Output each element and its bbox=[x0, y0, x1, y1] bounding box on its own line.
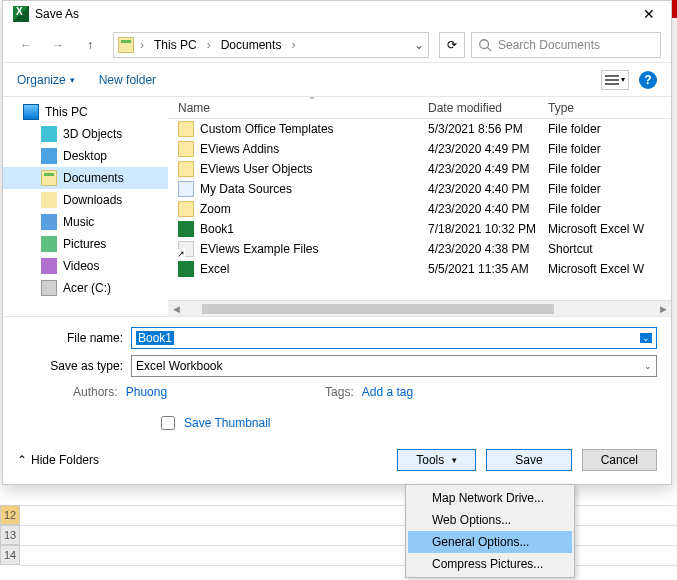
svg-rect-4 bbox=[605, 83, 619, 85]
file-row[interactable]: EViews Example Files4/23/2020 4:38 PMSho… bbox=[178, 239, 671, 259]
tree-item-music[interactable]: Music bbox=[3, 211, 168, 233]
forward-button[interactable]: → bbox=[45, 32, 71, 58]
tree-item-label: Pictures bbox=[63, 237, 106, 251]
column-name[interactable]: Name bbox=[178, 101, 428, 115]
authors-label: Authors: bbox=[73, 385, 118, 399]
menu-item-compress-pictures[interactable]: Compress Pictures... bbox=[408, 553, 572, 575]
file-row[interactable]: My Data Sources4/23/2020 4:40 PMFile fol… bbox=[178, 179, 671, 199]
folder-icon bbox=[178, 161, 194, 177]
column-date[interactable]: Date modified bbox=[428, 101, 548, 115]
cancel-button[interactable]: Cancel bbox=[582, 449, 657, 471]
tree-item-downloads[interactable]: Downloads bbox=[3, 189, 168, 211]
save-thumbnail-label[interactable]: Save Thumbnail bbox=[184, 416, 271, 430]
tree-item-videos[interactable]: Videos bbox=[3, 255, 168, 277]
view-options-button[interactable]: ▾ bbox=[601, 70, 629, 90]
file-row[interactable]: Custom Office Templates5/3/2021 8:56 PMF… bbox=[178, 119, 671, 139]
filetype-label: Save as type: bbox=[17, 359, 131, 373]
column-headers: Name Date modified Type bbox=[168, 97, 671, 119]
tree-item-pictures[interactable]: Pictures bbox=[3, 233, 168, 255]
chevron-up-icon: ⌃ bbox=[17, 453, 27, 467]
file-name: EViews Example Files bbox=[200, 242, 319, 256]
breadcrumb[interactable]: Documents bbox=[217, 36, 286, 54]
tree-item-this-pc[interactable]: This PC bbox=[3, 101, 168, 123]
organize-button[interactable]: Organize bbox=[17, 73, 75, 87]
filename-input[interactable]: Book1 ⌄ bbox=[131, 327, 657, 349]
file-row[interactable]: Book17/18/2021 10:32 PMMicrosoft Excel W bbox=[178, 219, 671, 239]
file-date: 7/18/2021 10:32 PM bbox=[428, 222, 548, 236]
address-bar[interactable]: › This PC › Documents › ⌄ bbox=[113, 32, 429, 58]
authors-value[interactable]: Phuong bbox=[126, 385, 167, 399]
tree-item-desktop[interactable]: Desktop bbox=[3, 145, 168, 167]
file-row[interactable]: Zoom4/23/2020 4:40 PMFile folder bbox=[178, 199, 671, 219]
back-button[interactable]: ← bbox=[13, 32, 39, 58]
tree-item-documents[interactable]: Documents bbox=[3, 167, 168, 189]
svg-rect-2 bbox=[605, 75, 619, 77]
list-view-icon bbox=[605, 74, 619, 86]
menu-item-general-options[interactable]: General Options... bbox=[408, 531, 572, 553]
scroll-thumb[interactable] bbox=[202, 304, 554, 314]
search-input[interactable]: Search Documents bbox=[471, 32, 661, 58]
svg-rect-3 bbox=[605, 79, 619, 81]
horizontal-scrollbar[interactable]: ◀ ▶ bbox=[168, 300, 671, 316]
help-button[interactable]: ? bbox=[639, 71, 657, 89]
tree-item-acer-c-[interactable]: Acer (C:) bbox=[3, 277, 168, 299]
save-thumbnail-checkbox[interactable] bbox=[161, 416, 175, 430]
new-folder-button[interactable]: New folder bbox=[99, 73, 156, 87]
folder-tree: This PC3D ObjectsDesktopDocumentsDownloa… bbox=[3, 97, 168, 316]
hide-folders-button[interactable]: ⌃ Hide Folders bbox=[17, 453, 99, 467]
file-date: 4/23/2020 4:38 PM bbox=[428, 242, 548, 256]
save-button[interactable]: Save bbox=[486, 449, 571, 471]
save-as-dialog: Save As ✕ ← → ↑ › This PC › Documents › … bbox=[2, 0, 672, 485]
chevron-right-icon: › bbox=[289, 38, 297, 52]
tree-item-label: Downloads bbox=[63, 193, 122, 207]
column-type[interactable]: Type bbox=[548, 101, 671, 115]
row-header[interactable]: 12 bbox=[0, 505, 20, 525]
chevron-right-icon: › bbox=[138, 38, 146, 52]
file-type: File folder bbox=[548, 202, 671, 216]
tags-label: Tags: bbox=[325, 385, 354, 399]
tree-item-label: 3D Objects bbox=[63, 127, 122, 141]
excel-icon bbox=[13, 6, 29, 22]
tree-item-label: Music bbox=[63, 215, 94, 229]
close-button[interactable]: ✕ bbox=[629, 6, 669, 22]
file-row[interactable]: EViews Addins4/23/2020 4:49 PMFile folde… bbox=[178, 139, 671, 159]
music-icon bbox=[41, 214, 57, 230]
file-name: EViews User Objects bbox=[200, 162, 312, 176]
row-header[interactable]: 13 bbox=[0, 525, 20, 545]
toolbar: Organize New folder ▾ ? bbox=[3, 63, 671, 97]
short-icon bbox=[178, 241, 194, 257]
chevron-down-icon[interactable]: ⌄ bbox=[644, 361, 652, 371]
tags-value[interactable]: Add a tag bbox=[362, 385, 413, 399]
dialog-title: Save As bbox=[35, 7, 629, 21]
menu-item-map-network-drive[interactable]: Map Network Drive... bbox=[408, 487, 572, 509]
row-header[interactable]: 14 bbox=[0, 545, 20, 565]
scroll-right-icon[interactable]: ▶ bbox=[655, 304, 671, 314]
tree-item-label: This PC bbox=[45, 105, 88, 119]
filetype-select[interactable]: Excel Workbook ⌄ bbox=[131, 355, 657, 377]
file-date: 4/23/2020 4:40 PM bbox=[428, 202, 548, 216]
menu-item-web-options[interactable]: Web Options... bbox=[408, 509, 572, 531]
refresh-button[interactable]: ⟳ bbox=[439, 32, 465, 58]
file-type: Microsoft Excel W bbox=[548, 222, 671, 236]
chevron-right-icon: › bbox=[205, 38, 213, 52]
file-row[interactable]: Excel5/5/2021 11:35 AMMicrosoft Excel W bbox=[178, 259, 671, 279]
spreadsheet-background: 12 13 14 bbox=[0, 485, 677, 580]
chevron-down-icon[interactable]: ⌄ bbox=[640, 333, 652, 343]
dialog-footer: ⌃ Hide Folders Tools Save Cancel bbox=[3, 439, 671, 481]
scroll-left-icon[interactable]: ◀ bbox=[168, 304, 184, 314]
up-button[interactable]: ↑ bbox=[77, 32, 103, 58]
breadcrumb[interactable]: This PC bbox=[150, 36, 201, 54]
tree-item-3d-objects[interactable]: 3D Objects bbox=[3, 123, 168, 145]
file-name: My Data Sources bbox=[200, 182, 292, 196]
xls-icon bbox=[178, 261, 194, 277]
tools-button[interactable]: Tools bbox=[397, 449, 476, 471]
address-dropdown[interactable]: ⌄ bbox=[414, 38, 424, 52]
file-date: 4/23/2020 4:40 PM bbox=[428, 182, 548, 196]
web-icon bbox=[178, 181, 194, 197]
drive-icon bbox=[41, 280, 57, 296]
file-type: File folder bbox=[548, 182, 671, 196]
search-icon bbox=[478, 38, 492, 52]
search-placeholder: Search Documents bbox=[498, 38, 600, 52]
file-row[interactable]: EViews User Objects4/23/2020 4:49 PMFile… bbox=[178, 159, 671, 179]
folder-icon bbox=[118, 37, 134, 53]
